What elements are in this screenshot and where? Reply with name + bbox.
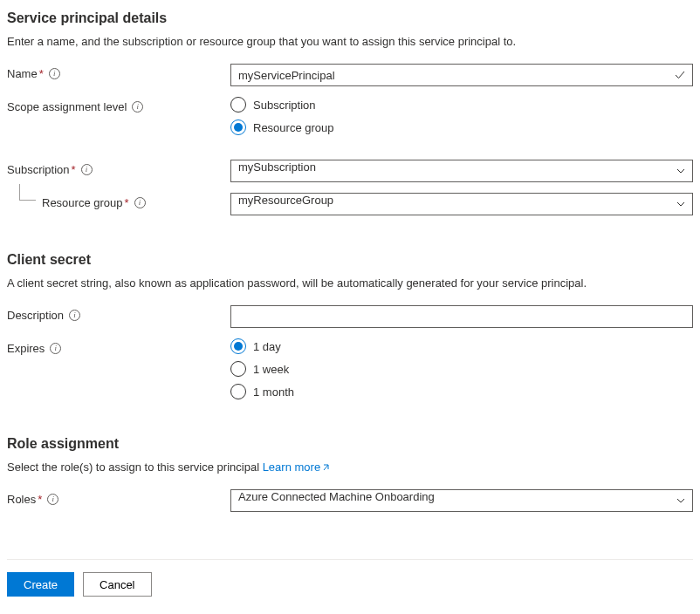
label-roles: Roles* i xyxy=(7,489,230,506)
section-heading-role: Role assignment xyxy=(7,436,693,452)
info-icon[interactable]: i xyxy=(49,68,60,79)
scope-radio-resource-group[interactable]: Resource group xyxy=(230,119,693,135)
roles-select[interactable]: Azure Connected Machine Onboarding xyxy=(230,489,693,512)
section-intro-details: Enter a name, and the subscription or re… xyxy=(7,35,693,48)
info-icon[interactable]: i xyxy=(50,343,61,354)
footer-actions: Create Cancel xyxy=(7,559,693,597)
info-icon[interactable]: i xyxy=(81,164,93,175)
expires-radio-one-week[interactable]: 1 week xyxy=(230,361,693,377)
label-name: Name* i xyxy=(7,64,230,80)
info-icon[interactable]: i xyxy=(132,101,143,113)
label-description: Description i xyxy=(7,305,230,322)
name-input[interactable] xyxy=(230,64,693,86)
expires-radio-one-month[interactable]: 1 month xyxy=(230,384,693,399)
info-icon[interactable]: i xyxy=(69,310,80,321)
info-icon[interactable]: i xyxy=(134,197,146,208)
resource-group-select[interactable]: myResourceGroup xyxy=(230,193,693,215)
expires-radio-group: 1 day 1 week 1 month xyxy=(230,338,693,399)
radio-label: 1 month xyxy=(253,385,294,399)
section-heading-details: Service principal details xyxy=(7,10,693,26)
radio-label: Subscription xyxy=(253,99,316,112)
section-intro-secret: A client secret string, also known as ap… xyxy=(7,276,693,290)
description-input[interactable] xyxy=(230,305,693,328)
subscription-select[interactable]: mySubscription xyxy=(230,160,693,182)
radio-label: 1 week xyxy=(253,363,289,376)
section-intro-role: Select the role(s) to assign to this ser… xyxy=(7,460,693,474)
label-scope: Scope assignment level i xyxy=(7,97,230,113)
label-expires: Expires i xyxy=(7,338,230,355)
label-subscription: Subscription* i xyxy=(7,160,230,176)
expires-radio-one-day[interactable]: 1 day xyxy=(230,338,693,354)
cancel-button[interactable]: Cancel xyxy=(83,572,151,597)
learn-more-link[interactable]: Learn more xyxy=(263,460,331,474)
radio-label: 1 day xyxy=(253,340,281,353)
radio-label: Resource group xyxy=(253,121,334,134)
section-heading-secret: Client secret xyxy=(7,252,693,268)
create-button[interactable]: Create xyxy=(7,572,74,597)
label-resource-group: Resource group* i xyxy=(7,193,230,209)
info-icon[interactable]: i xyxy=(47,494,58,505)
scope-radio-subscription[interactable]: Subscription xyxy=(230,97,693,113)
scope-radio-group: Subscription Resource group xyxy=(230,97,693,135)
